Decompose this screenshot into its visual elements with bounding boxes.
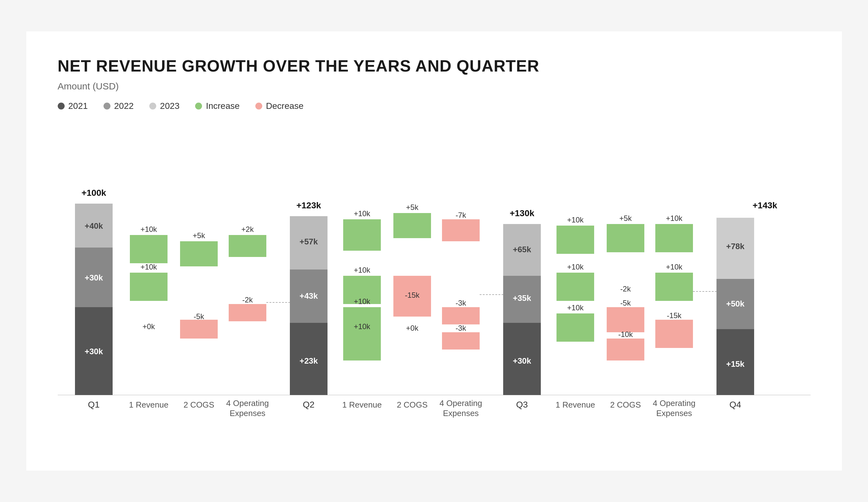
legend-label-2021: 2021 (69, 101, 88, 111)
q2-opex-dec1-label: -3k (455, 299, 466, 307)
q1-opex-increase (229, 235, 266, 257)
xlabel-q2-cogs: 2 COGS (396, 400, 427, 409)
q4-total-label: +143k (753, 201, 777, 210)
q2-cogs-dec-label: -15k (405, 291, 420, 299)
q3-cogs-dec2 (607, 339, 644, 360)
q3-opex-inc-top (655, 224, 693, 252)
xlabel-q2-opex2: Expenses (443, 409, 478, 418)
q2-rev-inc2-label: +10k (353, 297, 371, 306)
legend-2022: 2022 (104, 101, 134, 111)
q3-mid-label: +35k (513, 293, 531, 303)
q3-revenue-inc-top (557, 226, 594, 254)
q3-light-label: +65k (513, 245, 531, 254)
q1-dark-label: +30k (84, 347, 103, 356)
q1-opex-dec-label: -2k (242, 296, 253, 304)
legend-label-increase: Increase (206, 101, 239, 111)
q3-cogs-top-label: +5k (619, 214, 632, 223)
q3-rev-top-label: +10k (567, 216, 584, 224)
waterfall-chart: +30k +30k +40k +100k +10k +0k +10k -5k (58, 130, 810, 428)
q2-total-label: +123k (296, 201, 321, 210)
q1-cogs-increase (180, 241, 218, 266)
legend-2023: 2023 (149, 101, 179, 111)
xlabel-q4: Q4 (729, 400, 741, 409)
q2-cogs-inc-top-label: +5k (406, 203, 418, 212)
q2-opex-dec2 (442, 332, 480, 349)
legend-label-decrease: Decrease (266, 101, 304, 111)
q3-opex-dec1-label: -15k (666, 311, 682, 320)
legend-label-2023: 2023 (160, 101, 179, 111)
q1-light-label: +40k (84, 221, 103, 230)
q1-cogs-dec-label: -5k (194, 312, 204, 321)
q4-mid-label: +50k (726, 299, 744, 308)
q2-rev-top-label: +10k (353, 209, 371, 218)
q3-total-label: +130k (509, 208, 534, 218)
q1-cogs-decrease (180, 320, 218, 339)
xlabel-q2-rev: 1 Revenue (342, 400, 382, 409)
q1-opex-inc-label: +2k (241, 225, 254, 234)
q1-total-label: +100k (81, 188, 106, 198)
q2-revenue-inc2 (343, 307, 381, 335)
q4-light-label: +78k (726, 242, 744, 251)
q2-opex-top-label: -7k (455, 211, 466, 219)
q3-opex-inc1 (655, 273, 693, 301)
q2-rev-inc1-label: +10k (353, 266, 371, 274)
chart-subtitle: Amount (USD) (58, 81, 810, 92)
q3-cogs-dec1 (607, 307, 644, 332)
q3-opex-top-label: +10k (666, 214, 683, 223)
legend-2021: 2021 (58, 101, 88, 111)
chart-title: NET REVENUE GROWTH OVER THE YEARS AND QU… (58, 57, 810, 75)
q3-opex-inc1-label: +10k (666, 263, 683, 271)
chart-container: NET REVENUE GROWTH OVER THE YEARS AND QU… (27, 31, 842, 471)
q1-revenue-increase2 (130, 235, 167, 263)
xlabel-q3-cogs: 2 COGS (610, 400, 641, 409)
xlabel-q2-opex: 4 Operating (440, 398, 482, 408)
legend-label-2022: 2022 (114, 101, 134, 111)
legend-dot-2023 (149, 103, 156, 110)
q1-opex-decrease (229, 304, 266, 321)
q2-opex-dec1 (442, 307, 480, 325)
q3-rev-inc2-label: +10k (567, 304, 584, 312)
q1-cogs-inc-label: +5k (193, 231, 205, 240)
q3-revenue-inc1 (557, 273, 594, 301)
q3-cogs-dec2-label: -10k (618, 330, 633, 339)
legend-dot-increase (195, 103, 202, 110)
q3-revenue-inc2 (557, 314, 594, 342)
q1-revenue-zero-label: +0k (142, 322, 155, 331)
q3-rev-inc1-label: +10k (567, 263, 584, 271)
xlabel-q3-rev: 1 Revenue (556, 400, 595, 409)
legend-dot-2022 (104, 103, 111, 110)
xlabel-q3: Q3 (516, 400, 528, 409)
xlabel-q1-cogs: 2 COGS (183, 400, 214, 409)
xlabel-q1-opex2: Expenses (229, 409, 265, 418)
xlabel-q1-opex: 4 Operating (226, 398, 269, 408)
xlabel-q1-rev: 1 Revenue (129, 400, 168, 409)
q2-opex-dec2-label: -3k (455, 324, 466, 332)
xlabel-q1: Q1 (88, 400, 100, 409)
xlabel-q3-opex2: Expenses (656, 409, 692, 418)
legend-dot-decrease (255, 103, 262, 110)
q2-mid-label: +43k (299, 291, 318, 300)
q2-light-label: +57k (299, 237, 318, 246)
q2-revenue-inc3 (343, 332, 381, 360)
q2-cogs-inc-top (393, 213, 431, 238)
legend-dot-2021 (58, 103, 65, 110)
legend-decrease: Decrease (255, 101, 304, 111)
xlabel-q3-opex: 4 Operating (653, 398, 695, 408)
q2-revenue-inc-top (343, 219, 381, 251)
q3-dark-label: +30k (513, 356, 531, 366)
q1-revenue-increase (130, 273, 167, 301)
q1-mid-label: +30k (84, 273, 103, 283)
q2-cogs-zero-label: +0k (406, 324, 418, 332)
q3-cogs-dec1-label: -5k (620, 299, 631, 307)
chart-area: +30k +30k +40k +100k +10k +0k +10k -5k (58, 130, 810, 428)
q2-opex-dec-top (442, 219, 480, 241)
q1-revenue-inc-label: +10k (140, 263, 157, 271)
q2-rev-inc3-label: +10k (353, 322, 371, 331)
q3-opex-dec1 (655, 320, 693, 348)
q4-dark-label: +15k (726, 359, 744, 369)
legend: 2021 2022 2023 Increase Decrease (58, 101, 810, 111)
q1-revenue-inc2-label: +10k (140, 225, 157, 234)
q3-cogs-inc-top (607, 224, 644, 252)
q2-dark-label: +23k (299, 356, 318, 366)
q3-cogs-2k-label: -2k (620, 285, 631, 293)
